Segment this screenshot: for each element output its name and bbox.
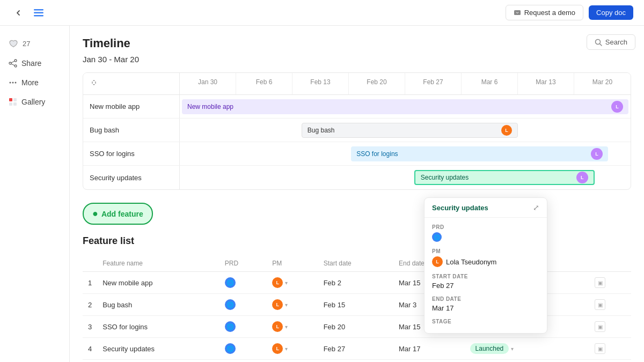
popup-start-value: Feb 27: [432, 282, 539, 290]
svg-line-17: [599, 43, 602, 46]
globe-icon-1[interactable]: 🌐: [225, 277, 236, 288]
feature-name-3: SSO for logins: [97, 316, 219, 338]
sidebar-item-share[interactable]: Share: [0, 55, 69, 72]
row-num-2: 2: [83, 294, 97, 316]
col-pm: PM: [267, 255, 318, 272]
topbar: Request a demo Copy doc: [0, 0, 644, 26]
popup-title: Security updates: [432, 204, 488, 212]
timeline-col-mar6: Mar 6: [462, 73, 518, 94]
svg-point-10: [12, 82, 14, 84]
stage-dropdown-4[interactable]: ▾: [511, 346, 514, 352]
avatar-new-mobile: L: [611, 101, 623, 113]
svg-point-5: [9, 62, 11, 64]
timeline-bar-new-mobile[interactable]: New mobile app L: [182, 99, 628, 114]
timeline-col-feb20: Feb 20: [349, 73, 405, 94]
svg-line-8: [11, 64, 14, 65]
popup-start-label: START DATE: [432, 274, 539, 279]
col-prd: PRD: [219, 255, 267, 272]
col-actions: [589, 255, 631, 272]
timeline-bar-sso[interactable]: SSO for logins L: [351, 146, 608, 161]
svg-rect-12: [9, 98, 12, 101]
popup-pm-name: Lola Tseudonym: [446, 258, 496, 266]
timeline-label-sso: SSO for logins: [83, 142, 180, 165]
list-view-button[interactable]: [31, 5, 46, 20]
svg-rect-15: [13, 102, 17, 106]
actions-2: ▣: [589, 294, 631, 316]
popup-prd-section: PRD 🌐: [432, 224, 539, 242]
content-area: Search Timeline Jan 30 - Mar 20 Jan 30 F…: [70, 26, 644, 362]
popup-globe-icon[interactable]: 🌐: [432, 232, 442, 242]
row-num-3: 3: [83, 316, 97, 338]
sidebar-item-more[interactable]: More: [0, 74, 69, 91]
start-4: Feb 27: [318, 338, 393, 360]
popup-prd-label: PRD: [432, 224, 539, 230]
timeline-label-new-mobile: New mobile app: [83, 95, 180, 118]
popup-end-value: Mar 17: [432, 304, 539, 312]
sidebar-item-gallery[interactable]: Gallery: [0, 93, 69, 110]
timeline-row-2: Bug bash Bug bash L: [83, 119, 631, 142]
request-demo-button[interactable]: Request a demo: [506, 5, 583, 20]
timeline-bar-area-4: Security updates L: [180, 166, 631, 189]
table-row: 1 New mobile app 🌐 L▾ Feb 2 Mar 15 Desig…: [83, 272, 631, 294]
sidebar-item-likes[interactable]: 27: [0, 34, 69, 53]
back-button[interactable]: [11, 5, 26, 20]
pm-4: L▾: [267, 338, 318, 360]
timeline-bar-bug-bash[interactable]: Bug bash L: [302, 123, 518, 138]
add-feature-button[interactable]: ● Add feature: [83, 203, 153, 225]
feature-name-2: Bug bash: [97, 294, 219, 316]
svg-rect-0: [34, 9, 43, 11]
pm-3: L▾: [267, 316, 318, 338]
col-feature-name: Feature name: [97, 255, 219, 272]
doc-icon-1[interactable]: ▣: [595, 277, 605, 288]
table-row: 4 Security updates 🌐 L▾ Feb 27 Mar 17 La…: [83, 338, 631, 360]
sidebar: 27 Share More Gallery: [0, 26, 70, 362]
pm-avatar-3: L: [272, 321, 283, 332]
svg-point-4: [14, 60, 17, 62]
feature-list-title: Feature list: [83, 235, 631, 247]
prd-1: 🌐: [219, 272, 267, 294]
pm-avatar-1: L: [272, 277, 283, 288]
popup-prd-value: 🌐: [432, 232, 539, 242]
row-num-1: 1: [83, 272, 97, 294]
doc-icon-4[interactable]: ▣: [595, 343, 605, 354]
pm-1: L▾: [267, 272, 318, 294]
globe-icon-3[interactable]: 🌐: [225, 321, 236, 332]
doc-icon-2[interactable]: ▣: [595, 299, 605, 310]
timeline-label-security: Security updates: [83, 166, 180, 189]
popup-header: Security updates ⤢: [425, 198, 547, 218]
doc-icon-3[interactable]: ▣: [595, 321, 605, 332]
globe-icon-2[interactable]: 🌐: [225, 299, 236, 310]
svg-rect-3: [514, 10, 521, 15]
popup-end-label: END DATE: [432, 296, 539, 302]
timeline-col-feb13: Feb 13: [292, 73, 349, 94]
popup-stage-label: STAGE: [432, 319, 539, 324]
table-row: 2 Bug bash 🌐 L▾ Feb 15 Mar 3 Not started…: [83, 294, 631, 316]
search-button[interactable]: Search: [587, 34, 635, 50]
prd-3: 🌐: [219, 316, 267, 338]
row-num-4: 4: [83, 338, 97, 360]
prd-4: 🌐: [219, 338, 267, 360]
timeline-bar-area-2: Bug bash L: [180, 119, 631, 142]
col-start: Start date: [318, 255, 393, 272]
globe-icon-4[interactable]: 🌐: [225, 343, 236, 354]
popup-pm-label: PM: [432, 248, 539, 254]
collapse-button[interactable]: [90, 78, 98, 89]
timeline-col-mar13: Mar 13: [518, 73, 574, 94]
copy-doc-button[interactable]: Copy doc: [589, 5, 633, 20]
timeline-row-3: SSO for logins SSO for logins L: [83, 142, 631, 166]
start-1: Feb 2: [318, 272, 393, 294]
timeline-bar-security[interactable]: Security updates L: [414, 170, 595, 185]
add-icon: ●: [92, 208, 98, 219]
pm-2: L▾: [267, 294, 318, 316]
stage-badge-4: Launched: [470, 343, 509, 354]
timeline-collapse-cell: [83, 73, 180, 94]
popup-pm-value: L Lola Tseudonym: [432, 256, 539, 267]
topbar-left: [11, 5, 46, 20]
page-title: Timeline: [83, 36, 631, 50]
pm-avatar-2: L: [272, 299, 283, 310]
actions-3: ▣: [589, 316, 631, 338]
popup-expand-button[interactable]: ⤢: [533, 203, 539, 212]
popup-pm-avatar: L: [432, 256, 443, 267]
timeline-row-1: New mobile app New mobile app L: [83, 95, 631, 119]
popup-stage-section: STAGE: [432, 319, 539, 327]
